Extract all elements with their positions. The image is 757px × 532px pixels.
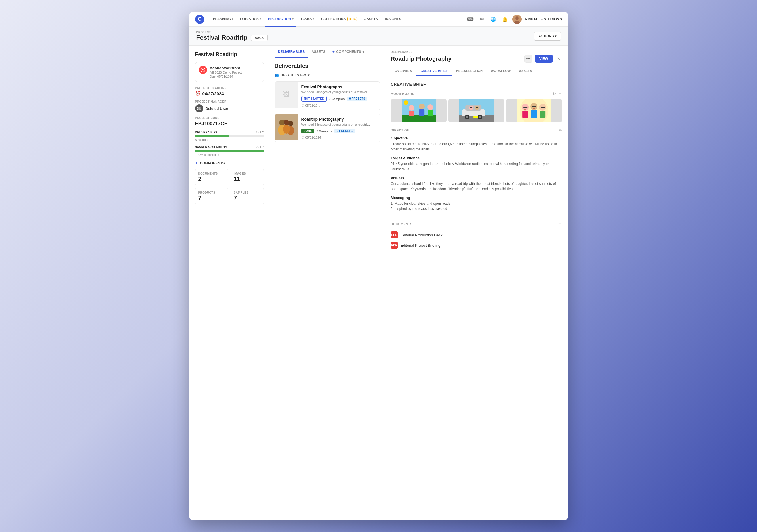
messaging-title: Messaging bbox=[391, 196, 562, 200]
component-card-samples[interactable]: SAMPLES 7 bbox=[230, 188, 264, 205]
deliverables-count: 1 of 2 bbox=[256, 130, 264, 134]
mood-image-1[interactable] bbox=[448, 99, 504, 122]
component-card-documents[interactable]: DOCUMENTS 2 bbox=[195, 169, 228, 185]
components-grid: DOCUMENTS 2 IMAGES 11 PRODUCTS 7 SAMPLES… bbox=[195, 169, 264, 205]
deliverables-progress-label: DELIVERABLES bbox=[195, 131, 217, 134]
right-deliverable-title: Roadtrip Photography bbox=[391, 55, 452, 62]
tab-deliverables[interactable]: DELIVERABLES bbox=[275, 46, 308, 58]
keyboard-icon[interactable]: ⌨ bbox=[466, 15, 474, 23]
message-icon[interactable]: ✉ bbox=[478, 15, 486, 23]
tab-creative-brief[interactable]: CREATIVE BRIEF bbox=[416, 66, 452, 76]
project-label: PROJECT bbox=[196, 31, 268, 34]
visuals-text: Our audience should feel like they're on… bbox=[391, 181, 562, 191]
tab-overview[interactable]: OVERVIEW bbox=[391, 66, 417, 76]
nav-item-logistics[interactable]: LOGISTICS ▾ bbox=[237, 12, 264, 27]
component-count-images: 11 bbox=[234, 176, 261, 182]
clock-icon: ⏰ bbox=[195, 91, 200, 96]
direction-label: DIRECTION bbox=[391, 128, 409, 132]
nav-item-insights[interactable]: INSIGHTS bbox=[382, 12, 404, 27]
right-panel: DELIVERABLE Roadtrip Photography ••• VIE… bbox=[385, 46, 568, 520]
svg-point-30 bbox=[479, 116, 481, 118]
pdf-icon-0: PDF bbox=[391, 232, 398, 238]
tab-pre-selection[interactable]: PRE-SELECTION bbox=[452, 66, 487, 76]
svg-point-13 bbox=[409, 105, 414, 111]
eye-icon[interactable]: 👁 bbox=[552, 92, 556, 96]
deliverable-desc-0: We need 6 images of young adults at a fe… bbox=[301, 90, 371, 94]
workfront-action-icon[interactable]: ⋮⋮ bbox=[252, 66, 260, 70]
sample-progress-fill bbox=[195, 150, 264, 152]
chevron-down-icon: ▾ bbox=[292, 17, 293, 20]
tab-components[interactable]: ✦ COMPONENTS ▾ bbox=[329, 46, 368, 58]
chevron-down-icon: ▾ bbox=[308, 73, 309, 77]
view-button[interactable]: VIEW bbox=[535, 55, 553, 63]
close-button[interactable]: ✕ bbox=[555, 55, 562, 62]
tab-workflow[interactable]: WORKFLOW bbox=[487, 66, 515, 76]
mood-image-2[interactable] bbox=[506, 99, 562, 122]
deliverable-meta-1: DONE 7 Samples 2 PRESETS ⏱ 05/01/2024 bbox=[301, 128, 377, 139]
nav-item-production[interactable]: PRODUCTION ▾ bbox=[265, 12, 296, 27]
view-selector[interactable]: 👥 DEFAULT VIEW ▾ bbox=[275, 73, 380, 77]
tab-assets[interactable]: ASSETS bbox=[515, 66, 536, 76]
chevron-down-icon: ▾ bbox=[232, 17, 233, 20]
actions-button[interactable]: ACTIONS ▾ bbox=[534, 32, 561, 41]
user-avatar[interactable] bbox=[512, 15, 522, 24]
svg-rect-43 bbox=[523, 107, 527, 108]
manager-avatar: DU bbox=[195, 104, 203, 112]
workfront-card[interactable]: Adobe Workfront AE 2023 Demo Project Due… bbox=[195, 62, 264, 82]
user-label[interactable]: PINNACLE STUDIOS ▾ bbox=[525, 17, 562, 21]
deliverable-card-1[interactable]: Roadtrip Photography We need 6 images of… bbox=[275, 114, 380, 142]
workfront-icon bbox=[199, 66, 207, 74]
objective-title: Objective bbox=[391, 136, 562, 140]
deliverable-label: DELIVERABLE bbox=[391, 50, 562, 53]
deliverable-thumb-0: 🖼 bbox=[275, 82, 298, 107]
nav-item-assets[interactable]: ASSETS bbox=[361, 12, 381, 27]
deliverables-title: Deliverables bbox=[275, 63, 380, 69]
component-card-images[interactable]: IMAGES 11 bbox=[230, 169, 264, 185]
mood-image-0[interactable] bbox=[391, 99, 447, 122]
main-content: Festival Roadtrip Adobe Workfront AE 202… bbox=[189, 46, 568, 520]
image-placeholder-icon: 🖼 bbox=[283, 91, 290, 98]
right-panel-body: CREATIVE BRIEF MOOD BOARD 👁 ＋ bbox=[385, 76, 568, 520]
status-badge-0: NOT STARTED bbox=[301, 96, 327, 101]
doc-name-0: Editorial Production Deck bbox=[401, 233, 443, 237]
add-document-icon[interactable]: ＋ bbox=[558, 221, 562, 227]
nav-item-planning[interactable]: PLANNING ▾ bbox=[210, 12, 236, 27]
documents-header: DOCUMENTS ＋ bbox=[391, 221, 562, 227]
bell-icon[interactable]: 🔔 bbox=[501, 15, 509, 23]
clock-icon-small: ⏱ bbox=[301, 136, 305, 139]
visuals-title: Visuals bbox=[391, 176, 562, 180]
middle-tabs: DELIVERABLES ASSETS ✦ COMPONENTS ▾ bbox=[270, 46, 385, 58]
svg-rect-42 bbox=[540, 111, 545, 118]
manager-section: PROJECT MANAGER DU Deleted User bbox=[195, 100, 264, 112]
svg-rect-44 bbox=[532, 106, 536, 107]
add-icon[interactable]: ＋ bbox=[558, 91, 562, 96]
doc-row-1[interactable]: PDF Editorial Project Briefing bbox=[391, 240, 562, 250]
edit-icon[interactable]: ✏ bbox=[559, 128, 562, 132]
right-actions: ••• VIEW ✕ bbox=[525, 55, 562, 63]
deliverables-progress-fill bbox=[195, 135, 230, 137]
svg-point-3 bbox=[201, 68, 205, 72]
doc-row-0[interactable]: PDF Editorial Production Deck bbox=[391, 230, 562, 240]
deliverable-thumb-1 bbox=[275, 114, 298, 140]
deliverable-content-1: Roadtrip Photography We need 6 images of… bbox=[298, 114, 380, 142]
more-options-button[interactable]: ••• bbox=[525, 55, 532, 63]
component-card-products[interactable]: PRODUCTS 7 bbox=[195, 188, 228, 205]
tab-assets[interactable]: ASSETS bbox=[308, 46, 329, 58]
middle-panel: DELIVERABLES ASSETS ✦ COMPONENTS ▾ Deliv… bbox=[270, 46, 385, 520]
deliverables-progress-sub: 50% done bbox=[195, 138, 264, 142]
logo[interactable]: C bbox=[195, 15, 204, 24]
nav-item-collections[interactable]: COLLECTIONS BETA bbox=[318, 12, 360, 27]
svg-rect-14 bbox=[409, 111, 414, 117]
globe-icon[interactable]: 🌐 bbox=[489, 15, 498, 23]
svg-rect-16 bbox=[419, 109, 424, 116]
svg-rect-33 bbox=[470, 107, 472, 108]
right-tabs: OVERVIEW CREATIVE BRIEF PRE-SELECTION WO… bbox=[391, 66, 562, 76]
code-label: PROJECT CODE bbox=[195, 117, 264, 120]
component-label-samples: SAMPLES bbox=[234, 191, 261, 194]
back-button[interactable]: BACK bbox=[251, 35, 268, 41]
components-title: ✦ COMPONENTS bbox=[195, 161, 264, 165]
nav-item-tasks[interactable]: TASKS ▾ bbox=[298, 12, 317, 27]
sparkle-icon: ✦ bbox=[195, 161, 198, 165]
deliverables-progress: DELIVERABLES 1 of 2 50% done bbox=[195, 130, 264, 142]
deliverable-card-0[interactable]: 🖼 Festival Photography We need 6 images … bbox=[275, 81, 380, 110]
